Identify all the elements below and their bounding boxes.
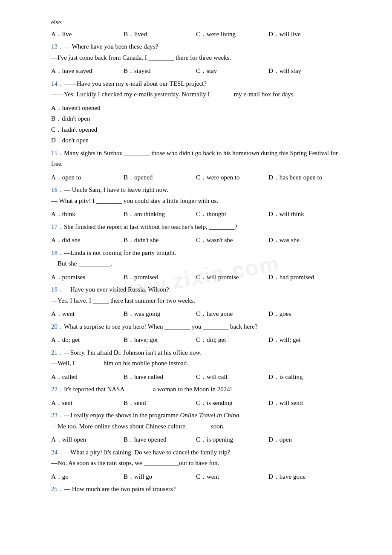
option-item: C．did; get <box>196 335 268 346</box>
question-line: —Yes, I have. I _____ there last summer … <box>51 295 341 306</box>
question-line: —But she __________. <box>51 258 341 269</box>
question-number: 19． <box>51 286 64 293</box>
question-number: 25． <box>51 486 64 492</box>
option-item: A．went <box>51 309 124 320</box>
option-item: C．went <box>196 471 268 483</box>
option-item: D．have gone <box>268 471 341 483</box>
question-text: ——Have you seen my e-mail about our TESL… <box>64 80 207 87</box>
option-item: A．sent <box>51 398 124 409</box>
question-number: 22． <box>51 386 64 393</box>
question-text: It's reported that NASA ________ a woman… <box>64 386 232 393</box>
option-item: C．were living <box>196 29 268 40</box>
question-block: 21．—Sorry, I'm afraid Dr. Johnson isn't … <box>51 347 341 369</box>
options-row: A．will openB．have openedC．is openingD．op… <box>51 434 341 445</box>
option-item: D．don't open <box>51 135 341 146</box>
option-item: D．will send <box>268 398 341 409</box>
options-row: A．sentB．sendC．is sendingD．will send <box>51 398 341 409</box>
question-line: 25．— How much are the two pairs of trous… <box>51 484 341 495</box>
option-item: C．were open to <box>196 172 268 183</box>
option-item: C．thought <box>196 209 268 220</box>
question-number: 23． <box>51 412 64 419</box>
question-block: 15．Many sights in Suzhou ________ those … <box>51 148 341 170</box>
option-item: D．goes <box>268 309 341 320</box>
question-number: 24． <box>51 449 64 456</box>
options-row: A．calledB．have calledC．will callD．is cal… <box>51 372 341 383</box>
question-text: —Sorry, I'm afraid Dr. Johnson isn't at … <box>64 349 202 356</box>
question-line: 17．She finished the report at last witho… <box>51 222 341 233</box>
options-row: A．liveB．livedC．were livingD．will live <box>51 29 341 40</box>
option-item: A．did she <box>51 235 124 246</box>
question-block: 17．She finished the report at last witho… <box>51 222 341 233</box>
question-line: 20．What a surprise to see you here! When… <box>51 321 341 332</box>
question-number: 18． <box>51 249 64 256</box>
question-block: 24．—What a pity! It's raining. Do we hav… <box>51 447 341 469</box>
option-item: A．promises <box>51 272 124 283</box>
question-text: —I really enjoy the shows in the program… <box>64 412 241 419</box>
question-text: — Where have you been these days? <box>64 43 158 50</box>
question-number: 16． <box>51 186 64 193</box>
option-item: A．open to <box>51 172 124 183</box>
option-item: B．have opened <box>124 434 196 445</box>
question-line: —I've just come back from Canada. I ____… <box>51 52 341 64</box>
option-item: D．open <box>268 434 341 445</box>
option-item: D．will stay <box>268 66 341 77</box>
question-number: 13． <box>51 43 64 50</box>
question-block: 16．— Uncle Sam, I have to leave right no… <box>51 185 341 206</box>
main-content: else.A．liveB．livedC．were livingD．will li… <box>51 17 341 495</box>
options-row: A．did sheB．didn't sheC．wasn't sheD．was s… <box>51 235 341 246</box>
options-col: A．haven't openedB．didn't openC．hadn't op… <box>51 103 341 146</box>
option-item: B．promised <box>124 272 196 283</box>
option-item: B．stayed <box>124 66 196 77</box>
options-row: A．open toB．openedC．were open toD．has bee… <box>51 172 341 183</box>
question-text: —Linda is not coming for the party tonig… <box>64 249 176 256</box>
option-item: D．had promised <box>268 272 341 283</box>
option-item: B．didn't she <box>124 235 196 246</box>
option-item: B．am thinking <box>124 209 196 220</box>
question-number: 17． <box>51 223 64 230</box>
question-text: —Have you ever visited Russia, Wilson? <box>64 286 169 293</box>
question-block: 25．— How much are the two pairs of trous… <box>51 484 341 495</box>
option-item: B．have; got <box>124 335 196 346</box>
question-line: 18．—Linda is not coming for the party to… <box>51 248 341 259</box>
option-item: A．have stayed <box>51 66 124 77</box>
options-row: A．goB．will goC．wentD．have gone <box>51 471 341 483</box>
question-line: —No. As soon as the rain stops, we _____… <box>51 458 341 469</box>
options-row: A．thinkB．am thinkingC．thoughtD．will thin… <box>51 209 341 220</box>
options-row: A．promisesB．promisedC．will promiseD．had … <box>51 272 341 283</box>
question-line: 23．—I really enjoy the shows in the prog… <box>51 410 341 421</box>
question-line: 16．— Uncle Sam, I have to leave right no… <box>51 185 341 196</box>
question-text: — How much are the two pairs of trousers… <box>64 486 176 492</box>
option-item: B．opened <box>124 172 196 183</box>
question-block: 23．—I really enjoy the shows in the prog… <box>51 410 341 432</box>
question-text: She finished the report at last without … <box>64 223 237 230</box>
question-line: 24．—What a pity! It's raining. Do we hav… <box>51 447 341 458</box>
option-item: A．go <box>51 471 124 483</box>
option-item: C．hadn't opened <box>51 124 341 136</box>
option-item: D．will live <box>268 29 341 40</box>
question-number: 14． <box>51 80 64 87</box>
option-item: C．have gone <box>196 309 268 320</box>
option-item: B．was going <box>124 309 196 320</box>
question-text: —What a pity! It's raining. Do we have t… <box>64 449 230 456</box>
question-text: What a surprise to see you here! When __… <box>64 323 258 330</box>
question-block: 14．——Have you seen my e-mail about our T… <box>51 78 341 100</box>
option-item: B．didn't open <box>51 113 341 124</box>
option-item: A．called <box>51 372 124 383</box>
question-block: 20．What a surprise to see you here! When… <box>51 321 341 332</box>
question-line: ——Yes. Luckily I checked my e-mails yest… <box>51 89 341 100</box>
question-block: 22．It's reported that NASA ________ a wo… <box>51 384 341 395</box>
option-item: A．do; get <box>51 335 124 346</box>
question-line: 22．It's reported that NASA ________ a wo… <box>51 384 341 395</box>
question-number: 20． <box>51 323 64 330</box>
question-number: 21． <box>51 349 64 356</box>
question-line: 21．—Sorry, I'm afraid Dr. Johnson isn't … <box>51 347 341 358</box>
question-line: 14．——Have you seen my e-mail about our T… <box>51 78 341 90</box>
option-item: C．is sending <box>196 398 268 409</box>
question-line: —Me too. More online shows about Chinese… <box>51 421 341 432</box>
question-text: — Uncle Sam, I have to leave right now. <box>64 186 168 193</box>
option-item: B．have called <box>124 372 196 383</box>
option-item: B．lived <box>124 29 196 40</box>
option-item: C．will promise <box>196 272 268 283</box>
question-number: 15． <box>51 150 64 156</box>
options-row: A．wentB．was goingC．have goneD．goes <box>51 309 341 320</box>
